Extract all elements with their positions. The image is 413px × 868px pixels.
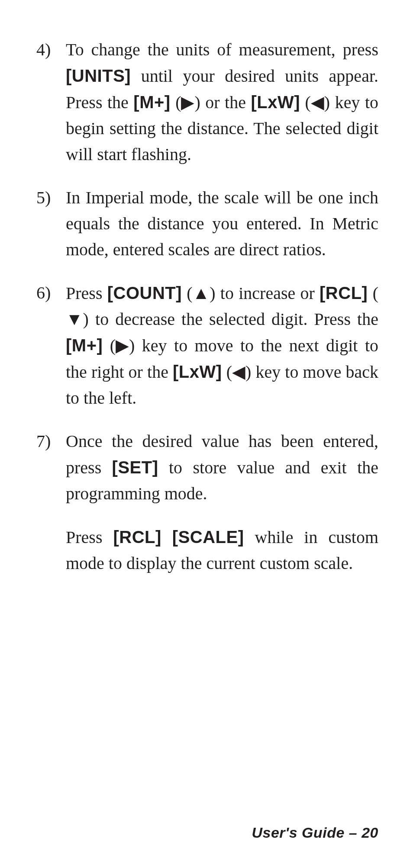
item-body: Once the desired value has been entered,… [66, 428, 378, 576]
key-count: [COUNT] [107, 283, 182, 302]
text: ) to decrease the selected digit. Press … [83, 309, 378, 329]
item-body: To change the units of measurement, pres… [66, 37, 378, 167]
item-number: 7) [35, 428, 66, 454]
text: ( [222, 362, 232, 382]
paragraph: To change the units of measurement, pres… [66, 37, 378, 167]
key-scale: [SCALE] [172, 527, 244, 547]
list-item: 5) In Imperial mode, the scale will be o… [35, 185, 378, 263]
key-set: [SET] [112, 458, 158, 477]
text: ( [300, 93, 311, 112]
text: Press [66, 527, 113, 547]
text: ) to increase or [210, 283, 319, 303]
left-arrow-icon: ◀ [232, 359, 245, 385]
item-body: Press [COUNT] (▲) to increase or [RCL] (… [66, 280, 378, 411]
key-lxw: [LxW] [251, 93, 300, 112]
paragraph: Once the desired value has been entered,… [66, 428, 378, 507]
text: Press [66, 283, 107, 303]
text: ( [182, 283, 193, 303]
document-page: 4) To change the units of measurement, p… [0, 0, 413, 868]
right-arrow-icon: ▶ [116, 333, 129, 359]
paragraph: Press [RCL] [SCALE] while in custom mode… [66, 524, 378, 576]
list-item: 4) To change the units of measurement, p… [35, 37, 378, 167]
list-item: 7) Once the desired value has been enter… [35, 428, 378, 576]
key-rcl: [RCL] [319, 283, 368, 302]
right-arrow-icon: ▶ [181, 90, 194, 116]
page-footer: User's Guide – 20 [252, 824, 378, 841]
key-lxw: [LxW] [173, 362, 222, 381]
text: ( [171, 93, 181, 112]
key-mplus: [M+] [66, 336, 103, 355]
item-number: 5) [35, 185, 66, 211]
text [161, 527, 172, 547]
item-number: 4) [35, 37, 66, 63]
text: To change the units of measurement, pres… [66, 40, 378, 59]
up-arrow-icon: ▲ [193, 280, 210, 306]
key-rcl: [RCL] [113, 527, 161, 547]
paragraph: In Imperial mode, the scale will be one … [66, 185, 378, 263]
item-number: 6) [35, 280, 66, 306]
down-arrow-icon: ▼ [66, 306, 83, 332]
paragraph: Press [COUNT] (▲) to increase or [RCL] (… [66, 280, 378, 411]
key-mplus: [M+] [133, 93, 170, 112]
list-item: 6) Press [COUNT] (▲) to increase or [RCL… [35, 280, 378, 411]
key-units: [UNITS] [66, 66, 131, 85]
text: In Imperial mode, the scale will be one … [66, 188, 378, 259]
text: ) or the [194, 93, 251, 112]
text: ( [368, 283, 378, 303]
item-body: In Imperial mode, the scale will be one … [66, 185, 378, 263]
text: ( [103, 336, 116, 355]
left-arrow-icon: ◀ [311, 90, 324, 116]
